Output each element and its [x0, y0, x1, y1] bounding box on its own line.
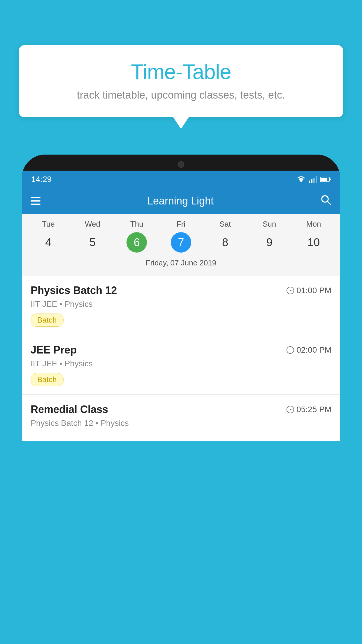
svg-rect-4	[316, 176, 317, 183]
clock-icon	[287, 406, 294, 413]
speech-bubble: Time-Table track timetable, upcoming cla…	[19, 45, 343, 117]
signal-icon	[309, 176, 317, 183]
status-time: 14:29	[31, 175, 52, 184]
speech-bubble-card: Time-Table track timetable, upcoming cla…	[19, 45, 343, 117]
time-text: 05:25 PM	[296, 405, 331, 414]
app-bar-title: Learning Light	[147, 195, 214, 207]
svg-rect-1	[309, 181, 310, 183]
day-number[interactable]: 9	[259, 232, 280, 253]
day-cell[interactable]: Wed5	[74, 220, 112, 253]
day-label: Fri	[177, 220, 185, 229]
camera	[178, 161, 184, 168]
app-bar: Learning Light	[22, 188, 340, 214]
class-subtitle: IIT JEE • Physics	[31, 359, 331, 368]
bubble-subtitle: track timetable, upcoming classes, tests…	[31, 89, 331, 101]
day-label: Mon	[306, 220, 321, 229]
clock-icon	[287, 346, 294, 354]
day-number[interactable]: 6	[126, 232, 147, 253]
day-number[interactable]: 5	[82, 232, 103, 253]
svg-marker-0	[299, 179, 303, 182]
class-time: 05:25 PM	[287, 405, 331, 414]
battery-icon	[320, 176, 331, 182]
day-number[interactable]: 7	[171, 232, 191, 253]
day-cell[interactable]: Sat8	[206, 220, 244, 253]
time-text: 01:00 PM	[296, 286, 331, 295]
hamburger-icon[interactable]	[31, 197, 41, 205]
days-row: Tue4Wed5Thu6Fri7Sat8Sun9Mon10	[22, 220, 340, 253]
svg-rect-7	[330, 178, 331, 180]
class-header: Remedial Class05:25 PM	[31, 403, 331, 416]
day-cell[interactable]: Fri7	[162, 220, 200, 253]
classes-list: Physics Batch 1201:00 PMIIT JEE • Physic…	[22, 276, 340, 441]
day-number[interactable]: 8	[215, 232, 236, 253]
day-label: Sat	[219, 220, 231, 229]
svg-rect-6	[321, 178, 327, 181]
class-time: 02:00 PM	[287, 345, 331, 355]
phone-container: 14:29	[22, 155, 340, 644]
class-item[interactable]: Physics Batch 1201:00 PMIIT JEE • Physic…	[22, 276, 340, 335]
day-number[interactable]: 4	[38, 232, 59, 253]
class-time: 01:00 PM	[287, 286, 331, 295]
wifi-icon	[296, 176, 306, 183]
notch	[161, 155, 201, 171]
day-cell[interactable]: Sun9	[250, 220, 288, 253]
batch-tag: Batch	[31, 314, 64, 327]
class-subtitle: IIT JEE • Physics	[31, 300, 331, 309]
class-header: JEE Prep02:00 PM	[31, 344, 331, 356]
day-cell[interactable]: Mon10	[295, 220, 333, 253]
status-icons	[296, 176, 331, 183]
class-name: JEE Prep	[31, 344, 77, 356]
calendar-strip: Tue4Wed5Thu6Fri7Sat8Sun9Mon10 Friday, 07…	[22, 214, 340, 276]
day-number[interactable]: 10	[303, 232, 324, 253]
svg-rect-2	[311, 179, 312, 183]
day-label: Tue	[42, 220, 55, 229]
search-icon[interactable]	[320, 194, 331, 208]
phone-top-bar	[22, 155, 340, 171]
class-name: Remedial Class	[31, 403, 108, 416]
class-item[interactable]: JEE Prep02:00 PMIIT JEE • PhysicsBatch	[22, 335, 340, 395]
status-bar: 14:29	[22, 171, 340, 188]
day-label: Thu	[130, 220, 143, 229]
day-label: Sun	[263, 220, 276, 229]
clock-icon	[287, 287, 294, 294]
svg-rect-3	[313, 178, 315, 183]
selected-date-label: Friday, 07 June 2019	[22, 256, 340, 273]
batch-tag: Batch	[31, 373, 64, 386]
time-text: 02:00 PM	[296, 345, 331, 355]
class-name: Physics Batch 12	[31, 284, 117, 297]
class-header: Physics Batch 1201:00 PM	[31, 284, 331, 297]
day-label: Wed	[85, 220, 100, 229]
class-item[interactable]: Remedial Class05:25 PMPhysics Batch 12 •…	[22, 395, 340, 441]
bubble-title: Time-Table	[31, 60, 331, 84]
phone-frame: 14:29	[22, 155, 340, 441]
day-cell[interactable]: Thu6	[118, 220, 156, 253]
day-cell[interactable]: Tue4	[29, 220, 67, 253]
svg-line-9	[327, 201, 331, 204]
class-subtitle: Physics Batch 12 • Physics	[31, 419, 331, 428]
